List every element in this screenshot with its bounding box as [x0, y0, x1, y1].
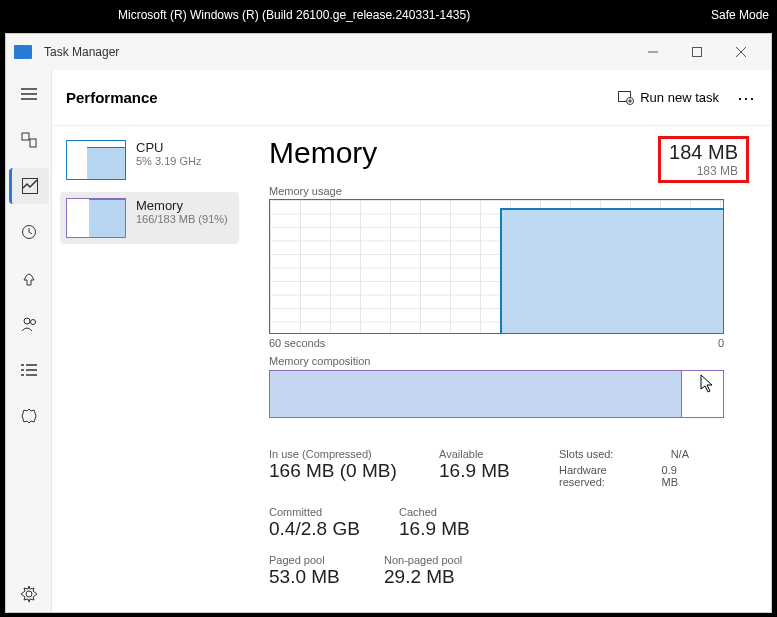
- paged-value: 53.0 MB: [269, 566, 364, 588]
- minimize-button[interactable]: [631, 37, 675, 67]
- memory-usage-label: Memory usage: [269, 185, 749, 197]
- nav-startup-apps[interactable]: [9, 260, 49, 296]
- nav-rail: [6, 70, 51, 612]
- nav-users[interactable]: [9, 306, 49, 342]
- capacity-highlight: 184 MB 183 MB: [658, 136, 749, 183]
- nav-settings[interactable]: [9, 576, 49, 612]
- axis-right: 0: [718, 337, 724, 349]
- svg-point-12: [30, 320, 35, 325]
- slots-value: N/A: [671, 448, 689, 460]
- available-value: 16.9 MB: [439, 460, 539, 482]
- memory-stat: 166/183 MB (91%): [136, 213, 228, 225]
- cached-label: Cached: [399, 506, 499, 518]
- committed-value: 0.4/2.8 GB: [269, 518, 379, 540]
- cpu-stat: 5% 3.19 GHz: [136, 155, 201, 167]
- window-controls: [631, 37, 763, 67]
- app-icon: [14, 45, 32, 59]
- close-button[interactable]: [719, 37, 763, 67]
- maximize-button[interactable]: [675, 37, 719, 67]
- nav-performance[interactable]: [9, 168, 49, 204]
- window-title: Task Manager: [44, 45, 119, 59]
- hwres-value: 0.9 MB: [662, 464, 689, 488]
- task-manager-window: Task Manager: [5, 33, 772, 613]
- run-task-icon: [618, 91, 634, 105]
- detail-pane: Memory 184 MB 183 MB Memory usage 60 sec…: [247, 126, 771, 612]
- committed-label: Committed: [269, 506, 379, 518]
- svg-rect-1: [693, 48, 702, 57]
- memory-composition-label: Memory composition: [269, 355, 749, 367]
- memory-thumb-icon: [66, 198, 126, 238]
- nav-processes[interactable]: [9, 122, 49, 158]
- capacity-usable: 183 MB: [669, 164, 738, 178]
- page-header: Performance Run new task ⋯: [52, 70, 771, 126]
- svg-rect-7: [22, 133, 29, 140]
- paged-label: Paged pool: [269, 554, 364, 566]
- memory-composition-chart: [269, 370, 724, 418]
- capacity-total: 184 MB: [669, 141, 738, 164]
- more-options-button[interactable]: ⋯: [737, 87, 757, 109]
- safe-mode-label: Safe Mode: [711, 8, 769, 22]
- cpu-thumb-icon: [66, 140, 126, 180]
- nonpaged-label: Non-paged pool: [384, 554, 462, 566]
- nav-services[interactable]: [9, 398, 49, 434]
- detail-title: Memory: [269, 136, 377, 170]
- nav-app-history[interactable]: [9, 214, 49, 250]
- inuse-label: In use (Compressed): [269, 448, 419, 460]
- svg-point-19: [26, 591, 32, 597]
- nonpaged-value: 29.2 MB: [384, 566, 462, 588]
- inuse-value: 166 MB (0 MB): [269, 460, 419, 482]
- svg-rect-8: [30, 139, 36, 147]
- cpu-label: CPU: [136, 140, 201, 155]
- os-topbar: Microsoft (R) Windows (R) (Build 26100.g…: [0, 0, 777, 30]
- run-new-task-button[interactable]: Run new task: [618, 90, 719, 105]
- resource-list: CPU 5% 3.19 GHz Memory 166/183 MB (91%): [52, 126, 247, 612]
- titlebar: Task Manager: [6, 34, 771, 70]
- resource-card-cpu[interactable]: CPU 5% 3.19 GHz: [60, 134, 239, 186]
- slots-label: Slots used:: [559, 448, 663, 460]
- resource-card-memory[interactable]: Memory 166/183 MB (91%): [60, 192, 239, 244]
- available-label: Available: [439, 448, 539, 460]
- build-string: Microsoft (R) Windows (R) (Build 26100.g…: [118, 8, 470, 22]
- hwres-label: Hardware reserved:: [559, 464, 654, 488]
- cached-value: 16.9 MB: [399, 518, 499, 540]
- memory-label: Memory: [136, 198, 228, 213]
- hamburger-button[interactable]: [9, 76, 49, 112]
- memory-usage-chart: [269, 199, 724, 334]
- nav-details[interactable]: [9, 352, 49, 388]
- stats-grid: In use (Compressed) 166 MB (0 MB) Availa…: [269, 448, 709, 588]
- page-title: Performance: [66, 89, 158, 106]
- svg-point-11: [24, 318, 30, 324]
- axis-left: 60 seconds: [269, 337, 325, 349]
